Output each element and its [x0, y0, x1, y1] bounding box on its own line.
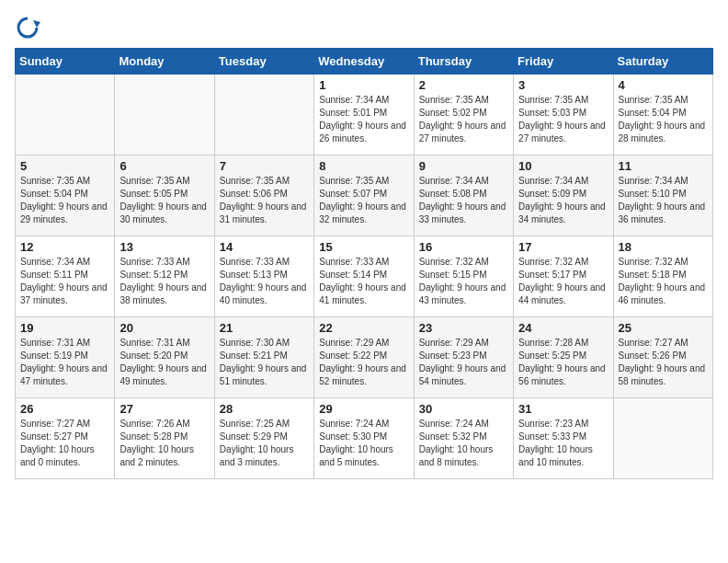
calendar-cell: 9Sunrise: 7:34 AM Sunset: 5:08 PM Daylig… [414, 155, 513, 236]
calendar-cell: 6Sunrise: 7:35 AM Sunset: 5:05 PM Daylig… [115, 155, 214, 236]
calendar-cell: 24Sunrise: 7:28 AM Sunset: 5:25 PM Dayli… [514, 317, 613, 398]
day-number: 18 [619, 240, 708, 254]
cell-info: Sunrise: 7:32 AM Sunset: 5:15 PM Dayligh… [419, 256, 508, 307]
cell-info: Sunrise: 7:24 AM Sunset: 5:30 PM Dayligh… [319, 418, 408, 469]
calendar-cell [16, 75, 115, 155]
calendar-cell: 17Sunrise: 7:32 AM Sunset: 5:17 PM Dayli… [514, 236, 613, 317]
weekday-header: Friday [514, 49, 613, 75]
calendar-cell: 5Sunrise: 7:35 AM Sunset: 5:04 PM Daylig… [16, 155, 115, 236]
calendar-cell: 10Sunrise: 7:34 AM Sunset: 5:09 PM Dayli… [514, 155, 613, 236]
day-number: 23 [419, 321, 508, 335]
weekday-header: Thursday [414, 49, 513, 75]
day-number: 25 [619, 321, 708, 335]
day-number: 15 [319, 240, 408, 254]
calendar-cell: 30Sunrise: 7:24 AM Sunset: 5:32 PM Dayli… [414, 398, 513, 479]
day-number: 10 [518, 159, 608, 173]
logo [15, 15, 44, 40]
day-number: 6 [119, 159, 209, 173]
cell-info: Sunrise: 7:27 AM Sunset: 5:26 PM Dayligh… [619, 337, 708, 388]
calendar-cell: 12Sunrise: 7:34 AM Sunset: 5:11 PM Dayli… [16, 236, 115, 317]
day-number: 27 [119, 402, 209, 416]
day-number: 29 [319, 402, 408, 416]
day-number: 21 [220, 321, 309, 335]
cell-info: Sunrise: 7:29 AM Sunset: 5:23 PM Dayligh… [419, 337, 508, 388]
calendar-week-row: 26Sunrise: 7:27 AM Sunset: 5:27 PM Dayli… [16, 398, 713, 479]
cell-info: Sunrise: 7:30 AM Sunset: 5:21 PM Dayligh… [220, 337, 309, 388]
calendar-cell: 20Sunrise: 7:31 AM Sunset: 5:20 PM Dayli… [115, 317, 214, 398]
day-number: 16 [419, 240, 508, 254]
calendar-cell: 26Sunrise: 7:27 AM Sunset: 5:27 PM Dayli… [16, 398, 115, 479]
day-number: 31 [518, 402, 608, 416]
day-number: 17 [518, 240, 608, 254]
cell-info: Sunrise: 7:25 AM Sunset: 5:29 PM Dayligh… [220, 418, 309, 469]
calendar-week-row: 5Sunrise: 7:35 AM Sunset: 5:04 PM Daylig… [16, 155, 713, 236]
day-number: 1 [319, 78, 408, 92]
cell-info: Sunrise: 7:34 AM Sunset: 5:09 PM Dayligh… [518, 175, 608, 226]
calendar-cell: 31Sunrise: 7:23 AM Sunset: 5:33 PM Dayli… [514, 398, 613, 479]
calendar-cell: 14Sunrise: 7:33 AM Sunset: 5:13 PM Dayli… [214, 236, 313, 317]
calendar-cell: 27Sunrise: 7:26 AM Sunset: 5:28 PM Dayli… [115, 398, 214, 479]
day-number: 8 [319, 159, 408, 173]
day-number: 14 [220, 240, 309, 254]
day-number: 24 [518, 321, 608, 335]
calendar-cell: 2Sunrise: 7:35 AM Sunset: 5:02 PM Daylig… [414, 75, 513, 155]
calendar-cell [613, 398, 712, 479]
calendar-cell: 16Sunrise: 7:32 AM Sunset: 5:15 PM Dayli… [414, 236, 513, 317]
cell-info: Sunrise: 7:35 AM Sunset: 5:06 PM Dayligh… [220, 175, 309, 226]
day-number: 3 [518, 78, 608, 92]
cell-info: Sunrise: 7:35 AM Sunset: 5:05 PM Dayligh… [119, 175, 209, 226]
calendar-cell: 1Sunrise: 7:34 AM Sunset: 5:01 PM Daylig… [314, 75, 414, 155]
calendar-cell [214, 75, 313, 155]
day-number: 13 [119, 240, 209, 254]
cell-info: Sunrise: 7:34 AM Sunset: 5:08 PM Dayligh… [419, 175, 508, 226]
logo-icon [15, 15, 40, 40]
cell-info: Sunrise: 7:26 AM Sunset: 5:28 PM Dayligh… [119, 418, 209, 469]
calendar-week-row: 12Sunrise: 7:34 AM Sunset: 5:11 PM Dayli… [16, 236, 713, 317]
cell-info: Sunrise: 7:35 AM Sunset: 5:04 PM Dayligh… [20, 175, 109, 226]
cell-info: Sunrise: 7:33 AM Sunset: 5:12 PM Dayligh… [119, 256, 209, 307]
calendar-week-row: 1Sunrise: 7:34 AM Sunset: 5:01 PM Daylig… [16, 75, 713, 155]
calendar-cell: 4Sunrise: 7:35 AM Sunset: 5:04 PM Daylig… [613, 75, 712, 155]
calendar-cell: 28Sunrise: 7:25 AM Sunset: 5:29 PM Dayli… [214, 398, 313, 479]
calendar-cell: 13Sunrise: 7:33 AM Sunset: 5:12 PM Dayli… [115, 236, 214, 317]
weekday-header: Saturday [613, 49, 712, 75]
cell-info: Sunrise: 7:35 AM Sunset: 5:02 PM Dayligh… [419, 94, 508, 145]
calendar-cell: 29Sunrise: 7:24 AM Sunset: 5:30 PM Dayli… [314, 398, 414, 479]
cell-info: Sunrise: 7:24 AM Sunset: 5:32 PM Dayligh… [419, 418, 508, 469]
calendar-cell: 3Sunrise: 7:35 AM Sunset: 5:03 PM Daylig… [514, 75, 613, 155]
calendar-table: SundayMondayTuesdayWednesdayThursdayFrid… [15, 48, 713, 479]
calendar-header: SundayMondayTuesdayWednesdayThursdayFrid… [16, 49, 713, 75]
day-number: 7 [220, 159, 309, 173]
cell-info: Sunrise: 7:33 AM Sunset: 5:13 PM Dayligh… [220, 256, 309, 307]
day-number: 30 [419, 402, 508, 416]
day-number: 26 [20, 402, 109, 416]
calendar-cell: 25Sunrise: 7:27 AM Sunset: 5:26 PM Dayli… [613, 317, 712, 398]
calendar-cell: 18Sunrise: 7:32 AM Sunset: 5:18 PM Dayli… [613, 236, 712, 317]
cell-info: Sunrise: 7:35 AM Sunset: 5:04 PM Dayligh… [619, 94, 708, 145]
calendar-cell: 22Sunrise: 7:29 AM Sunset: 5:22 PM Dayli… [314, 317, 414, 398]
calendar-cell: 8Sunrise: 7:35 AM Sunset: 5:07 PM Daylig… [314, 155, 414, 236]
calendar-cell: 7Sunrise: 7:35 AM Sunset: 5:06 PM Daylig… [214, 155, 313, 236]
svg-marker-0 [33, 20, 40, 28]
day-number: 11 [619, 159, 708, 173]
cell-info: Sunrise: 7:29 AM Sunset: 5:22 PM Dayligh… [319, 337, 408, 388]
day-number: 12 [20, 240, 109, 254]
cell-info: Sunrise: 7:35 AM Sunset: 5:03 PM Dayligh… [518, 94, 608, 145]
cell-info: Sunrise: 7:32 AM Sunset: 5:18 PM Dayligh… [619, 256, 708, 307]
weekday-header: Wednesday [314, 49, 414, 75]
calendar-cell: 11Sunrise: 7:34 AM Sunset: 5:10 PM Dayli… [613, 155, 712, 236]
weekday-header: Tuesday [214, 49, 313, 75]
calendar-cell [115, 75, 214, 155]
day-number: 2 [419, 78, 508, 92]
day-number: 22 [319, 321, 408, 335]
cell-info: Sunrise: 7:33 AM Sunset: 5:14 PM Dayligh… [319, 256, 408, 307]
calendar-cell: 23Sunrise: 7:29 AM Sunset: 5:23 PM Dayli… [414, 317, 513, 398]
weekday-header: Monday [115, 49, 214, 75]
cell-info: Sunrise: 7:31 AM Sunset: 5:20 PM Dayligh… [119, 337, 209, 388]
calendar-week-row: 19Sunrise: 7:31 AM Sunset: 5:19 PM Dayli… [16, 317, 713, 398]
day-number: 19 [20, 321, 109, 335]
cell-info: Sunrise: 7:27 AM Sunset: 5:27 PM Dayligh… [20, 418, 109, 469]
cell-info: Sunrise: 7:34 AM Sunset: 5:01 PM Dayligh… [319, 94, 408, 145]
day-number: 5 [20, 159, 109, 173]
day-number: 4 [619, 78, 708, 92]
